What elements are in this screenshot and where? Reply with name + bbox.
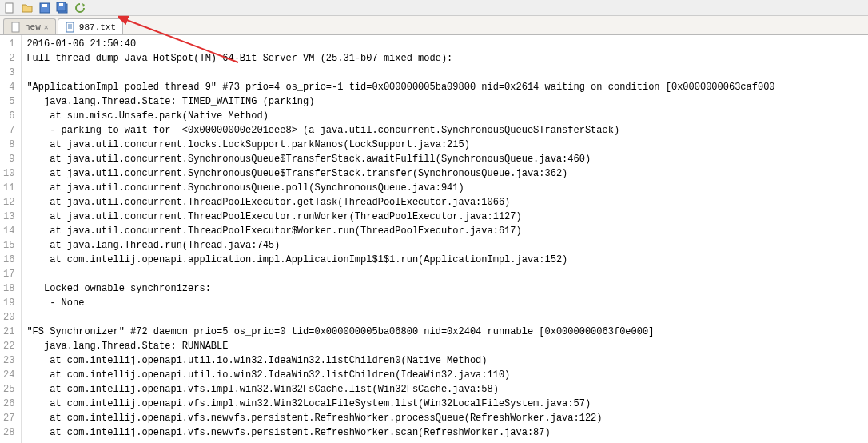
line-number: 5 [3, 94, 14, 109]
line-number: 4 [3, 80, 14, 94]
svg-rect-5 [59, 3, 63, 6]
code-line: java.lang.Thread.State: RUNNABLE [26, 339, 868, 353]
code-line: "FS Synchronizer" #72 daemon prio=5 os_p… [26, 325, 868, 339]
tab-label: 987.txt [79, 22, 116, 32]
code-line: at java.util.concurrent.ThreadPoolExecut… [26, 195, 868, 210]
code-line: at java.util.concurrent.SynchronousQueue… [26, 181, 868, 195]
line-number: 13 [3, 210, 14, 224]
code-line: at com.intellij.openapi.util.io.win32.Id… [26, 353, 868, 368]
line-number: 27 [3, 411, 14, 425]
refresh-icon[interactable] [74, 2, 86, 14]
line-number: 2 [3, 51, 14, 66]
code-line: at java.util.concurrent.SynchronousQueue… [26, 166, 868, 181]
svg-rect-7 [66, 22, 74, 32]
code-line [26, 66, 868, 80]
line-number: 10 [3, 166, 14, 181]
line-number: 9 [3, 152, 14, 166]
line-number: 16 [3, 253, 14, 267]
open-folder-icon[interactable] [21, 2, 34, 14]
line-number: 11 [3, 181, 14, 195]
code-line: "ApplicationImpl pooled thread 9" #73 pr… [26, 80, 868, 94]
code-line: at java.lang.Thread.run(Thread.java:745) [26, 238, 868, 253]
code-line: at sun.misc.Unsafe.park(Native Method) [26, 109, 868, 123]
close-icon[interactable]: ✕ [44, 22, 49, 32]
text-file-icon [65, 22, 76, 33]
line-number: 19 [3, 296, 14, 310]
code-line: at java.util.concurrent.ThreadPoolExecut… [26, 210, 868, 224]
new-file-icon[interactable] [3, 2, 16, 14]
svg-rect-2 [42, 4, 47, 7]
line-number: 22 [3, 339, 14, 353]
line-number: 7 [3, 123, 14, 138]
code-line: - None [26, 296, 868, 310]
code-line: at java.util.concurrent.ThreadPoolExecut… [26, 224, 868, 238]
line-number: 3 [3, 66, 14, 80]
svg-rect-0 [6, 3, 13, 13]
code-content[interactable]: 2016-01-06 21:50:40Full thread dump Java… [22, 35, 868, 443]
line-number: 20 [3, 310, 14, 325]
tab-new[interactable]: new ✕ [3, 18, 56, 34]
tab-bar: new ✕ 987.txt [0, 16, 868, 35]
line-number: 24 [3, 368, 14, 382]
line-number: 6 [3, 109, 14, 123]
tab-label: new [25, 22, 41, 32]
line-number: 15 [3, 238, 14, 253]
save-icon[interactable] [38, 2, 51, 14]
line-number: 1 [3, 37, 14, 51]
code-line [26, 310, 868, 325]
toolbar [0, 0, 868, 16]
line-number: 28 [3, 425, 14, 440]
line-number-gutter: 1234567891011121314151617181920212223242… [0, 35, 22, 443]
code-line: Locked ownable synchronizers: [26, 281, 868, 296]
code-line [26, 267, 868, 281]
line-number: 25 [3, 382, 14, 397]
line-number: 26 [3, 397, 14, 411]
save-all-icon[interactable] [56, 2, 69, 14]
line-number: 17 [3, 267, 14, 281]
editor-area: 1234567891011121314151617181920212223242… [0, 35, 868, 443]
code-line: at java.util.concurrent.SynchronousQueue… [26, 152, 868, 166]
code-line: at com.intellij.openapi.vfs.newvfs.persi… [26, 425, 868, 440]
code-line: 2016-01-06 21:50:40 [26, 37, 868, 51]
code-line: - parking to wait for <0x00000000e201eee… [26, 123, 868, 138]
code-line: at com.intellij.openapi.vfs.newvfs.persi… [26, 411, 868, 425]
line-number: 18 [3, 281, 14, 296]
svg-rect-6 [12, 22, 19, 32]
line-number: 12 [3, 195, 14, 210]
code-line: at com.intellij.openapi.util.io.win32.Id… [26, 368, 868, 382]
code-line: at com.intellij.openapi.vfs.impl.win32.W… [26, 382, 868, 397]
code-line: at com.intellij.openapi.vfs.impl.win32.W… [26, 397, 868, 411]
line-number: 21 [3, 325, 14, 339]
code-line: at java.util.concurrent.locks.LockSuppor… [26, 138, 868, 152]
code-line: Full thread dump Java HotSpot(TM) 64-Bit… [26, 51, 868, 66]
code-line: at com.intellij.openapi.application.impl… [26, 253, 868, 267]
line-number: 8 [3, 138, 14, 152]
line-number: 23 [3, 353, 14, 368]
tab-987-txt[interactable]: 987.txt [58, 18, 123, 34]
code-line: java.lang.Thread.State: TIMED_WAITING (p… [26, 94, 868, 109]
file-icon [10, 22, 22, 33]
line-number: 14 [3, 224, 14, 238]
